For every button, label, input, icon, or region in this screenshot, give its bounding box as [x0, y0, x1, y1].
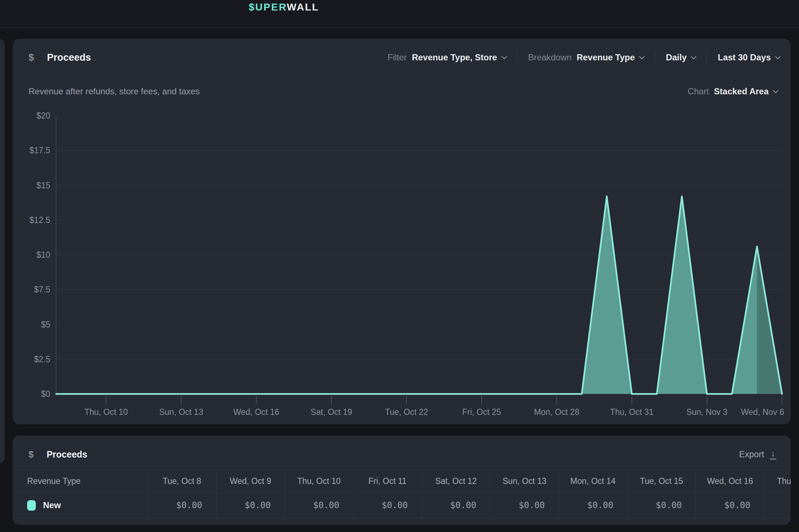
- table-header-cell: Thu, Oct 10: [285, 470, 353, 492]
- svg-text:Wed, Nov 6: Wed, Nov 6: [741, 407, 784, 417]
- proceeds-chart-card: $ Proceeds Filter Revenue Type, Store Br…: [13, 39, 791, 424]
- table-header-row: Revenue TypeTue, Oct 8Wed, Oct 9Thu, Oct…: [13, 469, 791, 493]
- table-header-cell: Tue, Oct 15: [627, 470, 696, 492]
- export-button[interactable]: Export ↓: [739, 449, 776, 459]
- svg-text:$5: $5: [41, 320, 50, 329]
- table-row: New$0.00$0.00$0.00$0.00$0.00$0.00$0.00$0…: [13, 493, 791, 518]
- dollar-icon: $: [29, 449, 34, 460]
- svg-text:$2.5: $2.5: [34, 355, 50, 364]
- svg-text:Wed, Oct 16: Wed, Oct 16: [233, 407, 279, 417]
- y-axis-labels: $20$17.5$15$12.5$10$7.5$5$2.5$0: [29, 111, 50, 399]
- svg-text:Sun, Nov 3: Sun, Nov 3: [686, 407, 727, 417]
- table-value-cell: $0.00: [353, 493, 422, 518]
- svg-text:$0: $0: [41, 389, 50, 399]
- proceeds-area-chart[interactable]: $20$17.5$15$12.5$10$7.5$5$2.5$0Thu, Oct …: [13, 39, 791, 424]
- series-color-swatch: [27, 500, 36, 511]
- top-bar: $UPERWALL: [0, 0, 799, 28]
- table-header-cell: Wed, Oct 16: [696, 470, 764, 492]
- table-card-title: Proceeds: [47, 449, 87, 460]
- row-label-cell: New: [13, 493, 148, 518]
- table-value-cell: $0.00: [216, 493, 285, 518]
- adjacent-card-edge: [0, 39, 5, 464]
- table-header-revenue-type: Revenue Type: [13, 470, 148, 492]
- table-header-cell: Wed, Oct 9: [216, 470, 285, 492]
- x-axis-labels: Thu, Oct 10Sun, Oct 13Wed, Oct 16Sat, Oc…: [84, 396, 784, 417]
- table-value-cell: $0.00: [764, 493, 791, 518]
- table-header-cell: Mon, Oct 14: [559, 470, 627, 492]
- table-value-cell: $0.00: [627, 493, 696, 518]
- table-value-cell: $0.00: [490, 493, 559, 518]
- svg-text:$17.5: $17.5: [29, 146, 50, 155]
- table-value-cell: $0.00: [559, 493, 627, 518]
- logo-secondary: WALL: [287, 1, 319, 13]
- table-card-header: $ Proceeds Export ↓: [29, 445, 776, 464]
- svg-text:Thu, Oct 31: Thu, Oct 31: [610, 407, 653, 417]
- table-header-cell: Sat, Oct 12: [422, 470, 490, 492]
- superwall-logo: $UPERWALL: [249, 0, 319, 14]
- table-header-cell: Thu, Oct 17: [764, 470, 791, 492]
- svg-text:Fri, Oct 25: Fri, Oct 25: [462, 407, 501, 417]
- proceeds-table[interactable]: Revenue TypeTue, Oct 8Wed, Oct 9Thu, Oct…: [13, 469, 791, 518]
- svg-text:Sun, Oct 13: Sun, Oct 13: [159, 407, 203, 417]
- download-icon: ↓: [770, 450, 777, 459]
- logo-primary: $UPER: [249, 1, 287, 13]
- svg-text:$12.5: $12.5: [29, 215, 50, 225]
- svg-text:$7.5: $7.5: [34, 285, 50, 294]
- series-name: New: [43, 500, 61, 510]
- svg-text:Thu, Oct 10: Thu, Oct 10: [84, 407, 128, 417]
- export-label: Export: [739, 449, 764, 459]
- table-header-cell: Sun, Oct 13: [490, 470, 559, 492]
- table-value-cell: $0.00: [422, 493, 490, 518]
- svg-text:$10: $10: [37, 250, 50, 259]
- svg-text:Mon, Oct 28: Mon, Oct 28: [534, 407, 579, 417]
- svg-text:Sat, Oct 19: Sat, Oct 19: [311, 407, 352, 417]
- svg-text:$20: $20: [37, 111, 50, 120]
- table-value-cell: $0.00: [148, 493, 216, 518]
- svg-text:Tue, Oct 22: Tue, Oct 22: [385, 407, 428, 417]
- svg-text:$15: $15: [37, 181, 50, 190]
- table-value-cell: $0.00: [285, 493, 353, 518]
- area-fill: [56, 196, 782, 394]
- table-value-cell: $0.00: [696, 493, 764, 518]
- table-header-cell: Tue, Oct 8: [148, 470, 216, 492]
- proceeds-table-card: $ Proceeds Export ↓ Revenue TypeTue, Oct…: [13, 436, 791, 525]
- table-header-cell: Fri, Oct 11: [353, 470, 422, 492]
